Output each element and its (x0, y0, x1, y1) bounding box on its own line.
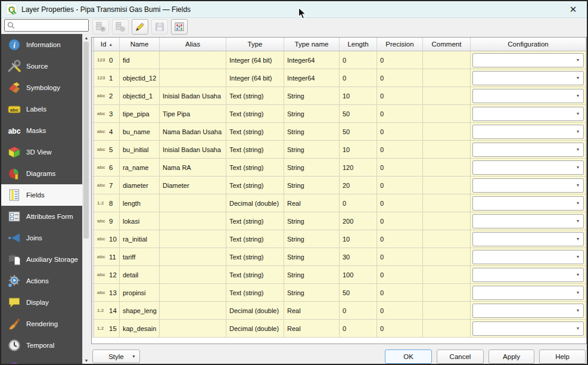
configuration-cell[interactable]: ▾ (471, 320, 586, 338)
precision-cell[interactable]: 0 (377, 230, 423, 248)
column-header-type-name[interactable]: Type name (284, 38, 340, 51)
length-cell[interactable]: 0 (340, 320, 377, 338)
alias-cell[interactable] (160, 69, 226, 87)
length-cell[interactable]: 50 (340, 105, 377, 123)
sidebar-item-masks[interactable]: abcMasks (1, 120, 82, 141)
comment-cell[interactable] (423, 105, 471, 123)
configuration-dropdown[interactable]: ▾ (472, 89, 584, 103)
id-cell[interactable]: abc13 (94, 284, 120, 302)
precision-cell[interactable]: 0 (377, 248, 423, 266)
id-cell[interactable]: abc3 (94, 105, 120, 123)
type-name-cell[interactable]: String (284, 105, 340, 123)
length-cell[interactable]: 50 (340, 123, 377, 141)
alias-cell[interactable] (160, 230, 226, 248)
type-name-cell[interactable]: String (284, 177, 340, 194)
configuration-dropdown[interactable]: ▾ (472, 53, 584, 67)
type-cell[interactable]: Text (string) (226, 212, 284, 230)
precision-cell[interactable]: 0 (377, 177, 423, 194)
comment-cell[interactable] (423, 230, 471, 248)
sidebar-item-symbology[interactable]: Symbology (1, 77, 82, 98)
help-button[interactable]: Help (539, 349, 586, 364)
sidebar-item-item[interactable] (1, 356, 82, 364)
precision-cell[interactable]: 0 (377, 105, 423, 123)
configuration-cell[interactable]: ▾ (471, 87, 586, 105)
configuration-dropdown[interactable]: ▾ (472, 160, 584, 175)
comment-cell[interactable] (423, 212, 471, 230)
configuration-cell[interactable]: ▾ (471, 266, 586, 284)
sidebar-item-display[interactable]: Display (1, 292, 82, 313)
column-header-id[interactable]: Id▲ (94, 38, 120, 51)
type-name-cell[interactable]: Real (284, 302, 340, 320)
id-cell[interactable]: abc5 (94, 141, 120, 159)
comment-cell[interactable] (423, 69, 471, 87)
name-cell[interactable]: ra_name (120, 159, 160, 177)
configuration-dropdown[interactable]: ▾ (472, 304, 584, 318)
alias-cell[interactable] (160, 320, 226, 338)
alias-cell[interactable]: Inisial Badan Usaha (160, 141, 226, 159)
column-header-name[interactable]: Name (120, 38, 160, 51)
comment-cell[interactable] (423, 266, 471, 284)
type-cell[interactable]: Text (string) (226, 159, 284, 177)
configuration-cell[interactable]: ▾ (471, 123, 586, 141)
id-cell[interactable]: 1231 (94, 69, 120, 87)
close-icon[interactable]: ✕ (564, 2, 582, 17)
type-name-cell[interactable]: String (284, 141, 340, 159)
column-header-type[interactable]: Type (226, 38, 284, 51)
sidebar-item-information[interactable]: iInformation (1, 34, 82, 55)
comment-cell[interactable] (423, 194, 471, 212)
type-cell[interactable]: Decimal (double) (226, 320, 284, 338)
type-cell[interactable]: Text (string) (226, 87, 284, 105)
column-header-precision[interactable]: Precision (377, 38, 423, 51)
configuration-cell[interactable]: ▾ (471, 284, 586, 302)
type-cell[interactable]: Integer (64 bit) (226, 51, 284, 69)
type-name-cell[interactable]: String (284, 230, 340, 248)
column-header-length[interactable]: Length (340, 38, 377, 51)
configuration-dropdown[interactable]: ▾ (472, 250, 584, 264)
alias-cell[interactable] (160, 266, 226, 284)
type-cell[interactable]: Text (string) (226, 266, 284, 284)
type-cell[interactable]: Text (string) (226, 230, 284, 248)
length-cell[interactable]: 10 (340, 230, 377, 248)
search-box[interactable] (4, 19, 89, 32)
length-cell[interactable]: 30 (340, 248, 377, 266)
type-cell[interactable]: Integer (64 bit) (226, 69, 284, 87)
type-cell[interactable]: Decimal (double) (226, 194, 284, 212)
precision-cell[interactable]: 0 (377, 87, 423, 105)
configuration-dropdown[interactable]: ▾ (472, 321, 584, 336)
configuration-cell[interactable]: ▾ (471, 69, 586, 87)
name-cell[interactable]: bu_name (120, 123, 160, 141)
precision-cell[interactable]: 0 (377, 51, 423, 69)
alias-cell[interactable] (160, 212, 226, 230)
precision-cell[interactable]: 0 (377, 69, 423, 87)
comment-cell[interactable] (423, 159, 471, 177)
precision-cell[interactable]: 0 (377, 123, 423, 141)
sidebar-item-3d-view[interactable]: 3D View (1, 141, 82, 163)
type-name-cell[interactable]: Integer64 (284, 69, 340, 87)
style-menu-button[interactable]: Style ▼ (92, 349, 140, 363)
alias-cell[interactable] (160, 248, 226, 266)
id-cell[interactable]: 1.214 (94, 302, 120, 320)
name-cell[interactable]: kap_desain (120, 320, 160, 338)
name-cell[interactable]: tipe_pipa (120, 105, 160, 123)
comment-cell[interactable] (423, 87, 471, 105)
scroll-down-icon[interactable]: ▼ (83, 357, 90, 364)
name-cell[interactable]: objectid_1 (120, 87, 160, 105)
name-cell[interactable]: fid (120, 51, 160, 69)
configuration-dropdown[interactable]: ▾ (472, 214, 584, 228)
configuration-dropdown[interactable]: ▾ (472, 71, 584, 85)
precision-cell[interactable]: 0 (377, 212, 423, 230)
configuration-cell[interactable]: ▾ (471, 194, 586, 212)
length-cell[interactable]: 120 (340, 159, 377, 177)
comment-cell[interactable] (423, 320, 471, 338)
id-cell[interactable]: abc2 (94, 87, 120, 105)
type-name-cell[interactable]: String (284, 123, 340, 141)
type-name-cell[interactable]: String (284, 266, 340, 284)
precision-cell[interactable]: 0 (377, 159, 423, 177)
configuration-dropdown[interactable]: ▾ (472, 196, 584, 211)
sidebar-item-auxiliary-storage[interactable]: Auxiliary Storage (1, 249, 82, 270)
toggle-editing-button[interactable] (132, 19, 148, 35)
name-cell[interactable]: objectid_12 (120, 69, 160, 87)
configuration-dropdown[interactable]: ▾ (472, 143, 584, 157)
configuration-dropdown[interactable]: ▾ (472, 286, 584, 300)
length-cell[interactable]: 10 (340, 87, 377, 105)
